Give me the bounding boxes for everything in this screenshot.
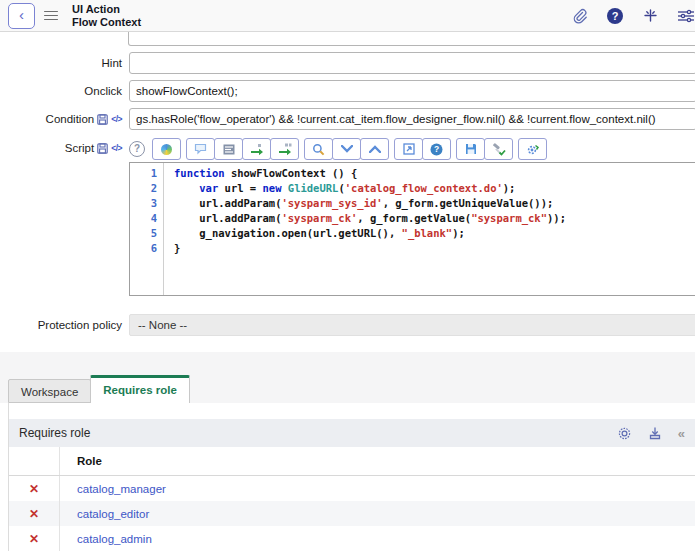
ui-action-form: Hint Onclick Condition </> Script </> ? xyxy=(0,32,695,336)
open-window-button[interactable] xyxy=(394,138,423,160)
script-editor[interactable]: 123456 function showFlowContext () { var… xyxy=(129,162,695,296)
line-number: 5 xyxy=(130,226,157,241)
code-line[interactable]: function showFlowContext () { xyxy=(174,166,695,181)
line-number: 3 xyxy=(130,196,157,211)
role-table-body: ✕catalog_manager✕catalog_editor✕catalog_… xyxy=(9,476,695,551)
delete-row-icon[interactable]: ✕ xyxy=(29,532,39,546)
find-previous-button[interactable] xyxy=(360,138,389,160)
page-title-line1: UI Action xyxy=(72,3,141,16)
line-number: 6 xyxy=(130,241,157,256)
line-number: 4 xyxy=(130,211,157,226)
line-number: 2 xyxy=(130,181,157,196)
table-row: ✕catalog_editor xyxy=(9,501,695,526)
code-lines[interactable]: function showFlowContext () { var url = … xyxy=(164,163,695,295)
protection-policy-label: Protection policy xyxy=(0,319,129,331)
page-title: UI Action Flow Context xyxy=(72,3,141,29)
save-field-icon[interactable] xyxy=(97,143,108,154)
role-link[interactable]: catalog_editor xyxy=(77,508,149,520)
svg-text:?: ? xyxy=(434,144,439,154)
clipped-field[interactable] xyxy=(128,32,695,46)
code-line[interactable]: url.addParam('sysparm_sys_id', g_form.ge… xyxy=(174,196,695,211)
role-column-header[interactable]: Role xyxy=(60,455,695,467)
editor-settings-button[interactable] xyxy=(518,138,547,160)
tab-workspace[interactable]: Workspace xyxy=(8,379,91,403)
format-code-button[interactable] xyxy=(152,138,181,160)
collapse-list-icon[interactable]: « xyxy=(678,426,683,441)
code-field-icon[interactable]: </> xyxy=(111,143,122,153)
back-button[interactable]: ‹ xyxy=(8,3,35,29)
replace-all-button[interactable] xyxy=(270,138,299,160)
table-row: ✕catalog_admin xyxy=(9,526,695,551)
hint-label: Hint xyxy=(0,57,129,69)
delete-row-icon[interactable]: ✕ xyxy=(29,482,39,496)
tab-requires-role[interactable]: Requires role xyxy=(90,375,190,403)
attachment-icon[interactable] xyxy=(571,8,587,24)
find-next-button[interactable] xyxy=(332,138,361,160)
line-number-gutter: 123456 xyxy=(130,163,164,295)
role-table-header-row: Role xyxy=(9,447,695,476)
script-label: Script </> xyxy=(0,138,129,154)
delete-row-icon[interactable]: ✕ xyxy=(29,507,39,521)
page-title-line2: Flow Context xyxy=(72,16,141,29)
personalize-icon[interactable] xyxy=(643,8,658,23)
code-field-icon[interactable]: </> xyxy=(111,114,122,124)
line-number: 1 xyxy=(130,166,157,181)
requires-role-list: Requires role « Role ✕catalog_manager✕ca… xyxy=(8,403,695,551)
menu-icon[interactable] xyxy=(44,8,58,23)
comment-lines-button[interactable] xyxy=(214,138,243,160)
related-list-title: Requires role xyxy=(19,426,90,440)
code-line[interactable]: url.addParam('sysparm_ck', g_form.getVal… xyxy=(174,211,695,226)
tab-band: Workspace Requires role xyxy=(0,352,695,403)
save-field-icon[interactable] xyxy=(97,114,108,125)
code-line[interactable]: } xyxy=(174,241,695,256)
hint-input[interactable] xyxy=(129,52,695,74)
script-toolbar: ? ? xyxy=(129,138,695,160)
list-settings-icon[interactable] xyxy=(617,426,632,441)
syntax-check-button[interactable] xyxy=(484,138,513,160)
toggle-comment-button[interactable] xyxy=(186,138,215,160)
code-line[interactable]: g_navigation.open(url.getURL(), "_blank"… xyxy=(174,226,695,241)
download-icon[interactable] xyxy=(648,426,662,440)
onclick-input[interactable] xyxy=(129,80,695,102)
help-icon[interactable]: ? xyxy=(607,8,623,24)
onclick-label: Onclick xyxy=(0,85,129,97)
tab-strip: Workspace Requires role xyxy=(8,375,190,403)
script-help-icon[interactable]: ? xyxy=(129,141,145,157)
table-row: ✕catalog_manager xyxy=(9,476,695,501)
search-button[interactable] xyxy=(304,138,333,160)
condition-input[interactable] xyxy=(129,108,695,130)
condition-label: Condition </> xyxy=(0,113,129,125)
replace-button[interactable] xyxy=(242,138,271,160)
form-header: ‹ UI Action Flow Context ? xyxy=(0,0,695,32)
protection-policy-value: -- None -- xyxy=(129,314,695,336)
save-button[interactable] xyxy=(456,138,485,160)
more-settings-icon[interactable] xyxy=(678,9,694,23)
related-list-header: Requires role « xyxy=(9,419,695,447)
code-line[interactable]: var url = new GlideURL('catalog_flow_con… xyxy=(174,181,695,196)
role-link[interactable]: catalog_manager xyxy=(77,483,166,495)
help-button[interactable]: ? xyxy=(422,138,451,160)
role-link[interactable]: catalog_admin xyxy=(77,533,152,545)
